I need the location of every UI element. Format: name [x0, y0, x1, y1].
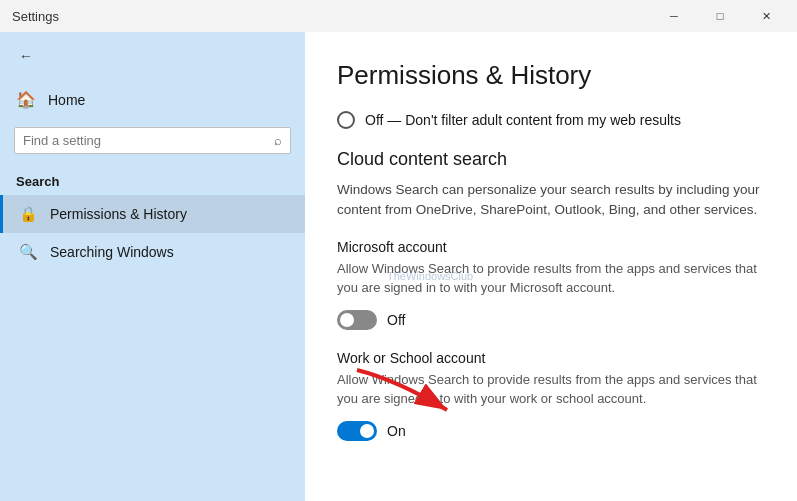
sidebar-home-item[interactable]: 🏠 Home	[0, 80, 305, 119]
microsoft-account-toggle-row: Off	[337, 310, 765, 330]
work-account-toggle-label: On	[387, 423, 406, 439]
sidebar-item-searching-windows[interactable]: 🔍 Searching Windows	[0, 233, 305, 271]
sidebar-nav-bar: ←	[0, 32, 305, 80]
microsoft-account-description: Allow Windows Search to provide results …	[337, 259, 765, 298]
sidebar-item-permissions-label: Permissions & History	[50, 206, 187, 222]
title-bar-title: Settings	[12, 9, 59, 24]
page-title: Permissions & History	[337, 60, 765, 91]
work-account-toggle[interactable]	[337, 421, 377, 441]
content-area: Permissions & History Off — Don't filter…	[305, 32, 797, 501]
work-account-title: Work or School account	[337, 350, 765, 366]
title-bar-controls: ─ □ ✕	[651, 0, 789, 32]
sidebar-item-searching-windows-label: Searching Windows	[50, 244, 174, 260]
sidebar-item-permissions[interactable]: 🔒 Permissions & History	[0, 195, 305, 233]
sidebar: ← 🏠 Home ⌕ Search 🔒 Permissions & Histor…	[0, 32, 305, 501]
search-icon: ⌕	[274, 133, 282, 148]
title-bar: Settings ─ □ ✕	[0, 0, 797, 32]
home-label: Home	[48, 92, 85, 108]
maximize-button[interactable]: □	[697, 0, 743, 32]
microsoft-account-toggle-label: Off	[387, 312, 405, 328]
back-button[interactable]: ←	[12, 42, 40, 70]
app-body: ← 🏠 Home ⌕ Search 🔒 Permissions & Histor…	[0, 32, 797, 501]
off-radio-label: Off — Don't filter adult content from my…	[365, 112, 681, 128]
minimize-button[interactable]: ─	[651, 0, 697, 32]
search-box: ⌕	[14, 127, 291, 154]
work-account-description: Allow Windows Search to provide results …	[337, 370, 765, 409]
search-input[interactable]	[23, 133, 268, 148]
close-button[interactable]: ✕	[743, 0, 789, 32]
home-icon: 🏠	[16, 90, 36, 109]
off-radio-row: Off — Don't filter adult content from my…	[337, 111, 765, 129]
content-wrapper: Permissions & History Off — Don't filter…	[337, 60, 765, 441]
searching-windows-icon: 🔍	[19, 243, 38, 261]
sidebar-section-label: Search	[0, 162, 305, 195]
cloud-section-description: Windows Search can personalize your sear…	[337, 180, 765, 221]
cloud-section-title: Cloud content search	[337, 149, 765, 170]
work-account-toggle-row: On	[337, 421, 765, 441]
off-radio-button[interactable]	[337, 111, 355, 129]
title-bar-left: Settings	[12, 9, 59, 24]
permissions-icon: 🔒	[19, 205, 38, 223]
microsoft-account-toggle[interactable]	[337, 310, 377, 330]
microsoft-account-title: Microsoft account	[337, 239, 765, 255]
